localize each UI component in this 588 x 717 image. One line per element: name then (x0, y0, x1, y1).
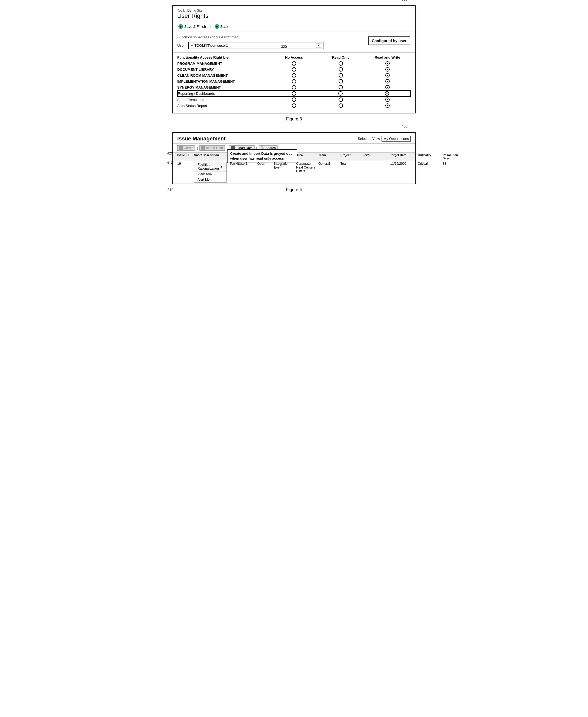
cell-event: Integration Event (274, 162, 296, 169)
radio-read-only[interactable] (317, 97, 364, 102)
radio-no-access[interactable] (271, 104, 317, 108)
radio-circle[interactable] (339, 67, 343, 71)
radio-read-write[interactable] (364, 79, 411, 84)
row-name: IMPLEMENTATION MANAGEMENT (177, 80, 271, 84)
radio-read-only[interactable] (317, 91, 364, 95)
radio-no-access[interactable] (271, 73, 317, 78)
back-label: Back (220, 25, 228, 29)
cell-resolution-days: 88 (443, 162, 464, 166)
radio-circle[interactable] (385, 91, 389, 95)
figure-4-container: 400 420 410 Issue Management Create and … (172, 132, 416, 184)
radio-circle[interactable] (385, 61, 390, 66)
import-icon (201, 146, 205, 150)
radio-circle[interactable] (339, 73, 343, 78)
selected-view-value: My Open Issues (381, 136, 411, 142)
create-icon (179, 146, 183, 150)
radio-circle[interactable] (339, 85, 343, 89)
radio-read-only[interactable] (317, 73, 364, 78)
radio-no-access[interactable] (271, 97, 317, 102)
radio-read-only[interactable] (317, 104, 364, 108)
radio-read-write[interactable] (364, 104, 411, 108)
user-select-value: MITOOLKIT\demouser1 (190, 43, 315, 47)
create-button[interactable]: Create (177, 145, 195, 151)
row-name: DOCUMENT LIBRARY (177, 67, 271, 71)
separator: | (210, 25, 210, 29)
save-finish-label: Save & Finish (184, 25, 206, 29)
dropdown-arrow-icon[interactable]: ✓ (316, 43, 321, 48)
page-title: User Rights (177, 13, 411, 19)
radio-circle[interactable] (292, 73, 296, 78)
ref-410: 410 (167, 161, 173, 165)
radio-circle[interactable] (385, 97, 390, 102)
radio-circle[interactable] (292, 91, 296, 95)
radio-read-write[interactable] (364, 97, 411, 102)
col-read-only: Read Only (317, 56, 364, 60)
callout-greyed-text: Create and Import Data is greyed out whe… (230, 152, 292, 160)
issue-management-title: Issue Management (177, 135, 226, 142)
window-header: Toolkit Demo Site User Rights (173, 6, 415, 21)
table-row: Area Status Report (177, 103, 411, 109)
radio-circle[interactable] (385, 67, 390, 71)
radio-read-write[interactable] (364, 67, 411, 71)
context-menu: FacilitiesRationalization ▼ View Item Al… (194, 162, 227, 182)
save-finish-button[interactable]: ● Save & Finish (177, 23, 207, 29)
radio-no-access[interactable] (271, 61, 317, 66)
radio-circle[interactable] (385, 104, 390, 108)
col-level: Level (363, 153, 390, 160)
radio-circle[interactable] (385, 79, 390, 84)
col-project: Project (340, 153, 362, 160)
col-criticality: Criticality (418, 153, 442, 160)
issue-management-header: Issue Management Create and Import Data … (173, 133, 415, 144)
col-read-write: Read and Write (364, 56, 411, 60)
radio-circle[interactable] (339, 97, 343, 102)
radio-circle[interactable] (292, 61, 296, 66)
radio-read-write[interactable] (364, 73, 411, 78)
context-menu-alert-me[interactable]: Alert Me (194, 177, 227, 182)
radio-circle[interactable] (292, 97, 296, 102)
context-menu-view-item[interactable]: View Item (194, 172, 227, 177)
ref-300: 300 (402, 0, 407, 1)
cell-criticality: Critical (418, 162, 442, 166)
radio-read-only[interactable] (317, 67, 364, 71)
col-no-access: No Access (271, 56, 317, 60)
col-target-date: Target Date (390, 153, 417, 160)
cell-status: Open (257, 162, 273, 166)
radio-circle[interactable] (292, 85, 296, 89)
user-select[interactable]: MITOOLKIT\demouser1 ✓ (188, 42, 323, 49)
col-resolution-days: Resolution Days (443, 153, 464, 160)
figure-3-caption: Figure 3 (172, 117, 416, 122)
radio-read-only[interactable] (317, 61, 364, 66)
table-row: SYNERGY MANAGEMENT (177, 84, 411, 90)
import-button[interactable]: Import Data (200, 145, 225, 151)
back-icon: ● (214, 24, 219, 29)
radio-read-write[interactable] (364, 61, 411, 66)
col-short-desc: Short Description (194, 153, 229, 160)
radio-circle[interactable] (292, 67, 296, 71)
radio-circle[interactable] (292, 104, 296, 108)
radio-no-access[interactable] (271, 85, 317, 89)
radio-read-only[interactable] (317, 79, 364, 84)
callout-configured-by-user: Configured by user (368, 37, 410, 45)
radio-read-only[interactable] (317, 85, 364, 89)
radio-circle[interactable] (385, 73, 390, 78)
radio-circle[interactable] (339, 104, 343, 108)
selected-view-label: Selected View (358, 137, 380, 141)
figure-4-caption: Figure 4 (172, 188, 416, 192)
context-menu-header: FacilitiesRationalization ▼ (194, 162, 227, 172)
col-area: Area (296, 153, 318, 160)
radio-circle[interactable] (292, 79, 296, 84)
radio-circle[interactable] (339, 79, 343, 84)
radio-circle[interactable] (338, 91, 343, 95)
radio-no-access[interactable] (271, 91, 317, 95)
radio-read-write[interactable] (364, 85, 411, 89)
radio-read-write[interactable] (364, 91, 410, 95)
issue-row-area: 19 FacilitiesRationalization ▼ View Item… (173, 161, 415, 183)
back-button[interactable]: ● Back (213, 23, 229, 29)
radio-no-access[interactable] (271, 79, 317, 84)
row-name: CLEAN ROOM MANAGEMENT (177, 73, 271, 78)
user-rights-panel: Toolkit Demo Site User Rights ● Save & F… (172, 5, 416, 113)
radio-circle[interactable] (385, 85, 390, 89)
radio-no-access[interactable] (271, 67, 317, 71)
radio-circle[interactable] (339, 61, 343, 66)
table-row-highlighted: Reporting / Dashboards (177, 90, 411, 97)
